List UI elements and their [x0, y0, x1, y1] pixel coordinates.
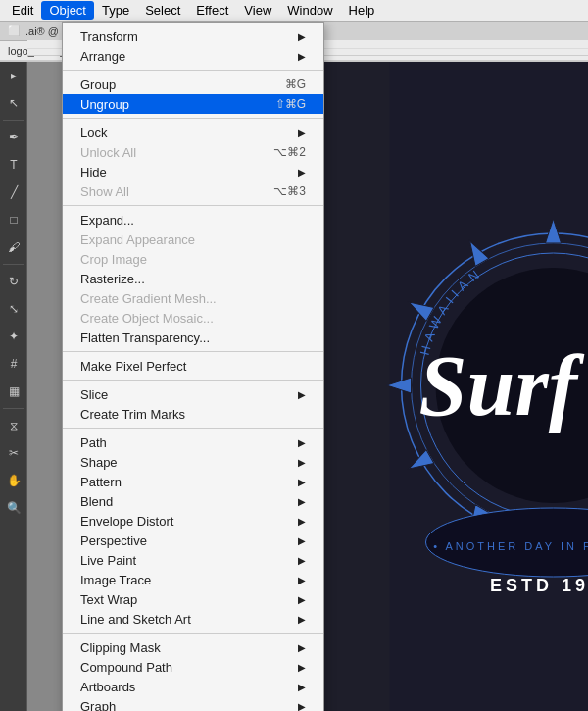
menu-pixel-perfect[interactable]: Make Pixel Perfect: [63, 356, 323, 376]
menu-gradient-mesh-label: Create Gradient Mesh...: [80, 291, 306, 306]
menu-compound-path-label: Compound Path: [80, 660, 294, 675]
menu-slice-label: Slice: [80, 387, 294, 402]
sep-5: [63, 380, 323, 381]
menu-artboards[interactable]: Artboards ▶: [63, 677, 323, 696]
menu-blend-label: Blend: [80, 494, 294, 509]
menu-perspective[interactable]: Perspective ▶: [63, 531, 323, 550]
menu-envelope-distort-label: Envelope Distort: [80, 514, 294, 529]
tool-paintbrush[interactable]: 🖌: [0, 233, 27, 261]
menu-line-sketch[interactable]: Line and Sketch Art ▶: [63, 609, 323, 629]
menu-text-wrap-arrow: ▶: [298, 594, 306, 605]
menu-object-mosaic-label: Create Object Mosaic...: [80, 311, 306, 326]
menu-expand-appearance[interactable]: Expand Appearance: [63, 229, 323, 249]
menu-live-paint-label: Live Paint: [80, 553, 294, 568]
menu-image-trace[interactable]: Image Trace ▶: [63, 570, 323, 589]
menu-path[interactable]: Path ▶: [63, 432, 323, 452]
sep-7: [63, 633, 323, 634]
tool-zoom[interactable]: 🔍: [0, 494, 27, 522]
menu-transform[interactable]: Transform ▶: [63, 26, 323, 46]
menu-lock[interactable]: Lock ▶: [63, 123, 323, 142]
tool-hand[interactable]: ✋: [0, 467, 27, 494]
tool-select[interactable]: ▸: [0, 62, 27, 89]
menu-create-trim-marks[interactable]: Create Trim Marks: [63, 404, 323, 424]
menu-flatten-transparency-label: Flatten Transparency...: [80, 330, 306, 345]
sep-4: [63, 351, 323, 352]
menu-graph-label: Graph: [80, 699, 294, 712]
menu-hide[interactable]: Hide ▶: [63, 162, 323, 181]
sep-6: [63, 428, 323, 429]
menu-rasterize[interactable]: Rasterize...: [63, 269, 323, 288]
tool-scissors[interactable]: ✂: [0, 439, 27, 467]
menu-group[interactable]: Group ⌘G: [63, 75, 323, 94]
menubar: Edit Object Type Select Effect View Wind…: [0, 0, 588, 22]
menu-show-all[interactable]: Show All ⌥⌘3: [63, 181, 323, 201]
menubar-window[interactable]: Window: [279, 1, 340, 20]
menubar-type[interactable]: Type: [94, 1, 137, 20]
menu-group-label: Group: [80, 77, 266, 92]
tool-mesh[interactable]: #: [0, 350, 27, 378]
menu-lock-arrow: ▶: [298, 127, 306, 138]
menu-expand-label: Expand...: [80, 213, 306, 228]
menu-transform-label: Transform: [80, 29, 294, 44]
tool-rect[interactable]: □: [0, 206, 27, 233]
svg-text:Surf: Surf: [419, 338, 585, 433]
menu-unlock-all-shortcut: ⌥⌘2: [273, 145, 306, 159]
menu-pattern[interactable]: Pattern ▶: [63, 472, 323, 491]
menu-shape-arrow: ▶: [298, 457, 306, 468]
menu-line-sketch-label: Line and Sketch Art: [80, 612, 294, 627]
menu-gradient-mesh[interactable]: Create Gradient Mesh...: [63, 288, 323, 308]
menu-crop-image-label: Crop Image: [80, 252, 306, 267]
menu-unlock-all[interactable]: Unlock All ⌥⌘2: [63, 142, 323, 162]
menu-clipping-mask[interactable]: Clipping Mask ▶: [63, 637, 323, 657]
menubar-object[interactable]: Object: [41, 1, 94, 20]
menu-artboards-label: Artboards: [80, 680, 294, 694]
tool-scale[interactable]: ⤡: [0, 295, 27, 323]
menubar-help[interactable]: Help: [341, 1, 383, 20]
menu-hide-label: Hide: [80, 165, 294, 179]
menu-hide-arrow: ▶: [298, 167, 306, 178]
menu-crop-image[interactable]: Crop Image: [63, 249, 323, 269]
menu-compound-path[interactable]: Compound Path ▶: [63, 657, 323, 677]
menu-blend[interactable]: Blend ▶: [63, 491, 323, 511]
tool-pen[interactable]: ✒: [0, 124, 27, 151]
menu-graph[interactable]: Graph ▶: [63, 696, 323, 711]
tool-rotate[interactable]: ↻: [0, 268, 27, 295]
menu-compound-path-arrow: ▶: [298, 662, 306, 673]
menu-live-paint[interactable]: Live Paint ▶: [63, 550, 323, 570]
menu-expand[interactable]: Expand...: [63, 210, 323, 229]
menu-flatten-transparency[interactable]: Flatten Transparency...: [63, 328, 323, 347]
dropdown-menu: Transform ▶ Arrange ▶ Group ⌘G Ungroup ⇧…: [62, 22, 324, 711]
menu-shape[interactable]: Shape ▶: [63, 452, 323, 472]
toolbar-divider-2: [3, 264, 24, 265]
tool-blend[interactable]: ⧖: [0, 412, 27, 439]
menu-unlock-all-label: Unlock All: [80, 145, 254, 160]
menu-expand-appearance-label: Expand Appearance: [80, 232, 306, 247]
menu-slice[interactable]: Slice ▶: [63, 384, 323, 404]
menu-arrange[interactable]: Arrange ▶: [63, 46, 323, 66]
menubar-edit[interactable]: Edit: [4, 1, 41, 20]
menu-slice-arrow: ▶: [298, 389, 306, 400]
menu-pattern-label: Pattern: [80, 475, 294, 489]
menubar-view[interactable]: View: [236, 1, 279, 20]
tool-eyedropper[interactable]: ✦: [0, 323, 27, 350]
menu-object-mosaic[interactable]: Create Object Mosaic...: [63, 308, 323, 328]
menu-ungroup[interactable]: Ungroup ⇧⌘G: [63, 94, 323, 114]
tool-line[interactable]: ╱: [0, 178, 27, 206]
menu-clipping-mask-arrow: ▶: [298, 642, 306, 653]
menu-text-wrap[interactable]: Text Wrap ▶: [63, 589, 323, 609]
tool-type[interactable]: T: [0, 151, 27, 178]
svg-text:• ANOTHER DAY IN PARADISE •: • ANOTHER DAY IN PARADISE •: [433, 540, 588, 552]
menubar-effect[interactable]: Effect: [188, 1, 236, 20]
menubar-select[interactable]: Select: [137, 1, 188, 20]
menu-lock-label: Lock: [80, 126, 294, 140]
tool-gradient[interactable]: ▦: [0, 378, 27, 405]
left-toolbar: ▸ ↖ ✒ T ╱ □ 🖌 ↻ ⤡ ✦ # ▦ ⧖ ✂ ✋ 🔍: [0, 62, 27, 711]
tool-direct-select[interactable]: ↖: [0, 89, 27, 117]
toolbar-divider-1: [3, 120, 24, 121]
menu-shape-label: Shape: [80, 455, 294, 470]
menu-arrange-label: Arrange: [80, 49, 294, 64]
menu-transform-arrow: ▶: [298, 31, 306, 42]
menu-create-trim-marks-label: Create Trim Marks: [80, 407, 306, 422]
svg-text:ESTD 1982: ESTD 1982: [490, 576, 588, 595]
menu-envelope-distort[interactable]: Envelope Distort ▶: [63, 511, 323, 531]
